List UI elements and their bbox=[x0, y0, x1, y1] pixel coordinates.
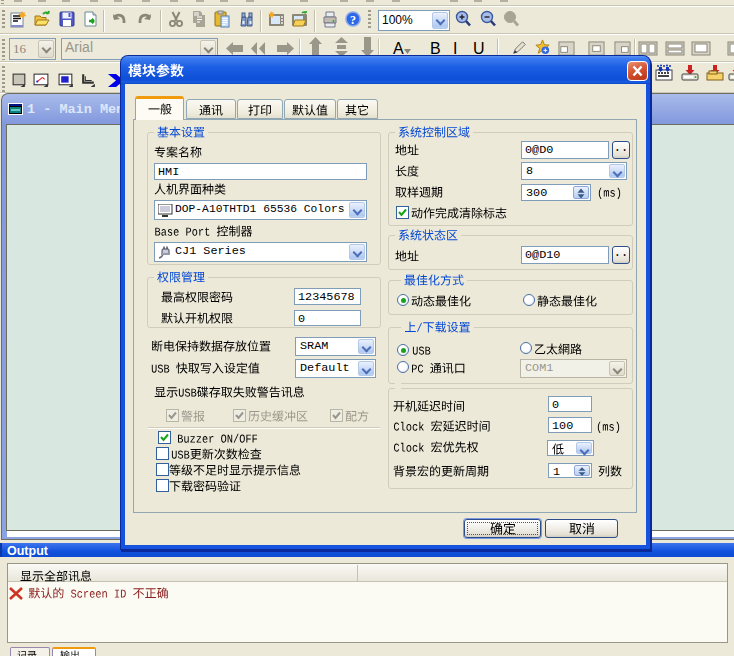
svg-text:?: ? bbox=[350, 13, 356, 27]
